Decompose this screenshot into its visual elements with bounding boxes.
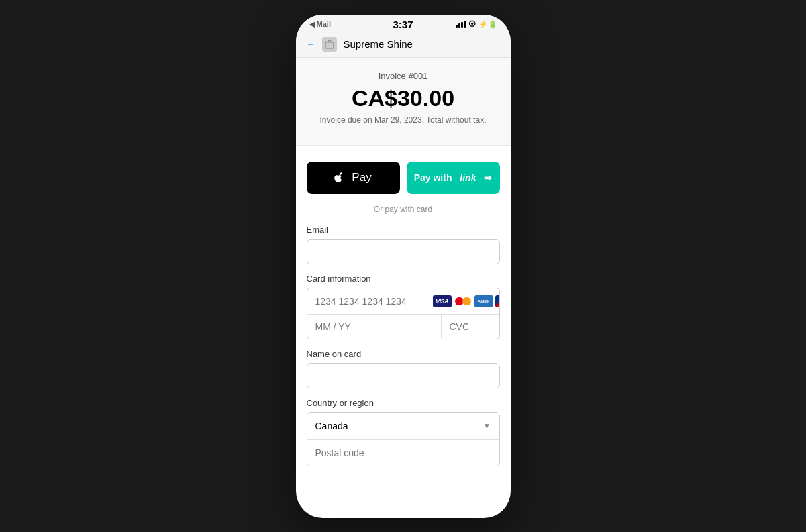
card-info-label: Card information [307,274,500,284]
card-expiry-cvc-row [307,315,499,339]
link-pay-button[interactable]: Pay with link ⇒ [407,162,500,194]
divider-left [307,209,367,209]
content: Invoice #001 CA$30.00 Invoice due on Mar… [296,58,511,480]
divider-right [439,209,499,209]
link-arrow-icon: ⇒ [484,172,492,183]
jcb-icon: JCB [495,295,500,307]
card-icons: VISA AMEX JCB [433,295,500,307]
or-pay-label: Or pay with card [374,205,432,214]
name-on-card-input[interactable] [307,363,500,388]
card-number-input[interactable] [315,296,433,307]
battery-icon: ⚡🔋 [478,20,497,29]
payment-form: Email Card information VISA AMEX JCB [296,225,511,480]
back-mail-label: ◀ Mail [309,20,331,29]
card-info-container: VISA AMEX JCB [307,288,500,339]
status-indicators: ⦿ ⚡🔋 [456,20,497,29]
invoice-number: Invoice #001 [309,71,497,81]
amex-icon: AMEX [474,295,493,307]
apple-pay-button[interactable]: Pay [307,162,400,194]
email-label: Email [307,225,500,235]
nav-back-button[interactable]: ← [307,39,315,49]
invoice-section: Invoice #001 CA$30.00 Invoice due on Mar… [296,58,511,146]
status-time: 3:37 [393,19,413,30]
nav-bar: ← Supreme Shine [296,32,511,58]
card-expiry-input[interactable] [307,315,442,339]
divider-section: Or pay with card [296,205,511,225]
country-label: Country or region [307,398,500,408]
country-select[interactable]: Canada United States United Kingdom [307,413,499,439]
country-region-container: Canada United States United Kingdom ▼ [307,412,500,466]
apple-pay-label: Pay [352,171,371,184]
link-brand-label: link [460,172,476,183]
merchant-icon [322,37,337,52]
visa-icon: VISA [433,295,452,307]
name-on-card-label: Name on card [307,349,500,359]
country-select-wrapper: Canada United States United Kingdom ▼ [307,413,499,440]
status-back: ◀ Mail [309,20,331,29]
wifi-icon: ⦿ [468,20,476,28]
card-cvc-input[interactable] [442,315,500,339]
phone-frame: ◀ Mail 3:37 ⦿ ⚡🔋 ← Supreme Shine [296,15,511,518]
invoice-due-text: Invoice due on Mar 29, 2023. Total witho… [309,115,497,125]
card-number-row: VISA AMEX JCB [307,288,499,315]
link-pay-prefix: Pay with [414,172,452,183]
merchant-name: Supreme Shine [344,38,413,50]
status-bar: ◀ Mail 3:37 ⦿ ⚡🔋 [296,15,511,32]
invoice-amount: CA$30.00 [309,85,497,111]
mastercard-icon [454,295,472,307]
svg-rect-0 [325,42,334,48]
email-input[interactable] [307,239,500,264]
payment-buttons-section: Pay Pay with link ⇒ [296,146,511,205]
signal-icon [456,21,466,28]
postal-code-input[interactable] [307,440,499,466]
